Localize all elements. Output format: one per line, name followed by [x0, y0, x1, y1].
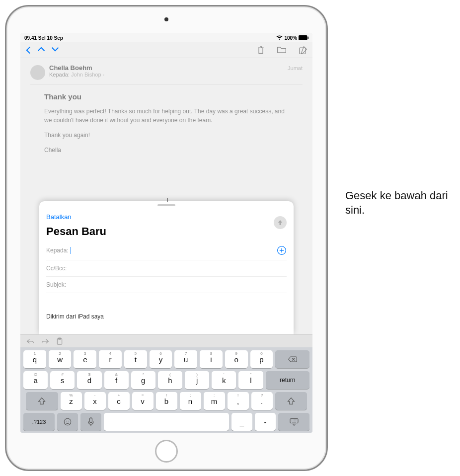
key-w[interactable]: 2w — [49, 350, 72, 368]
backspace-icon — [288, 356, 298, 363]
key-q[interactable]: 1q — [23, 350, 46, 368]
backspace-key[interactable] — [275, 350, 309, 368]
key-o[interactable]: 9o — [225, 350, 248, 368]
callout-line — [167, 198, 343, 198]
toolbar-left — [25, 46, 59, 54]
status-left: 09.41 Sel 10 Sep — [24, 35, 63, 41]
folder-icon[interactable] — [277, 46, 287, 54]
numbers-key[interactable]: .?123 — [23, 413, 55, 431]
to-label: Kepada: — [46, 247, 69, 254]
return-key[interactable]: return — [266, 371, 310, 389]
back-icon[interactable] — [25, 46, 31, 54]
key-l[interactable]: "l — [238, 371, 263, 389]
shift-icon — [287, 397, 295, 405]
space-key[interactable] — [104, 413, 229, 431]
mic-icon — [87, 417, 94, 426]
key-u[interactable]: 7u — [174, 350, 197, 368]
underscore-key[interactable]: _ — [231, 413, 252, 431]
hyphen-key[interactable]: - — [255, 413, 276, 431]
svg-rect-1 — [307, 37, 308, 39]
cc-label: Cc/Bcc: — [46, 265, 67, 272]
kb-row-4: .?123 _ - — [23, 413, 309, 431]
body-p3: Chella — [44, 146, 289, 155]
compose-sheet: Batalkan Pesan Baru Kepada: Cc/Bcc: Subj… — [39, 201, 294, 334]
key-,[interactable]: !, — [228, 392, 249, 410]
redo-icon[interactable] — [41, 338, 49, 345]
home-button[interactable] — [155, 440, 178, 463]
recipient-line: Kepada: John Bishop › — [49, 72, 284, 78]
sender-name: Chella Boehm — [49, 64, 284, 72]
key-c[interactable]: +c — [108, 392, 130, 410]
hide-keyboard-key[interactable] — [278, 413, 309, 431]
camera — [164, 17, 168, 21]
svg-rect-0 — [299, 35, 307, 40]
cc-field[interactable]: Cc/Bcc: — [46, 260, 287, 277]
message-date: Jumat — [288, 65, 303, 71]
add-contact-button[interactable] — [277, 245, 287, 255]
undo-icon[interactable] — [26, 338, 34, 345]
svg-point-8 — [69, 421, 70, 422]
key-j[interactable]: )j — [185, 371, 209, 389]
key-m[interactable]: :m — [204, 392, 225, 410]
shift-key-left[interactable] — [26, 392, 58, 410]
body-p1: Everything was perfect! Thanks so much f… — [44, 107, 289, 125]
shift-key-right[interactable] — [275, 392, 307, 410]
clipboard-icon[interactable] — [56, 337, 63, 345]
key-n[interactable]: ;n — [180, 392, 201, 410]
key-i[interactable]: 8i — [200, 350, 223, 368]
plus-circle-icon — [277, 245, 287, 255]
ipad-frame: 09.41 Sel 10 Sep 100% — [5, 5, 328, 471]
key-x[interactable]: -x — [84, 392, 106, 410]
key-f[interactable]: &f — [104, 371, 129, 389]
key-h[interactable]: (h — [158, 371, 182, 389]
key-e[interactable]: 3e — [74, 350, 96, 368]
mail-toolbar — [20, 42, 312, 58]
status-date: Sel 10 Sep — [38, 35, 63, 41]
wifi-icon — [276, 35, 283, 40]
arrow-up-icon — [277, 219, 284, 226]
key-b[interactable]: /b — [156, 392, 177, 410]
key-g[interactable]: *g — [131, 371, 155, 389]
subject-field[interactable]: Subjek: — [46, 277, 287, 293]
key-a[interactable]: @a — [23, 371, 48, 389]
status-time: 09.41 — [24, 35, 37, 41]
subject-label: Subjek: — [46, 281, 66, 288]
key-v[interactable]: =v — [132, 392, 153, 410]
grabber-handle[interactable] — [157, 204, 175, 206]
key-p[interactable]: 0p — [250, 350, 273, 368]
compose-title: Pesan Baru — [46, 225, 287, 238]
battery-percent: 100% — [284, 35, 297, 41]
keyboard-toolbar — [20, 334, 312, 347]
send-button[interactable] — [274, 216, 287, 229]
shift-icon — [38, 397, 46, 405]
key-y[interactable]: 6y — [150, 350, 172, 368]
trash-icon[interactable] — [257, 46, 265, 55]
compose-body[interactable]: Dikirim dari iPad saya — [46, 293, 287, 320]
key-t[interactable]: 5t — [124, 350, 147, 368]
kb-row-3: %z-x+c=v/b;n:m!,?. — [23, 392, 309, 410]
key-.[interactable]: ?. — [251, 392, 273, 410]
dictation-key[interactable] — [80, 413, 101, 431]
kepada-label: Kepada: — [49, 72, 70, 78]
text-cursor — [71, 247, 71, 254]
key-k[interactable]: 'k — [212, 371, 236, 389]
key-r[interactable]: 4r — [99, 350, 122, 368]
to-field[interactable]: Kepada: — [46, 241, 287, 260]
kb-row-2: @a#s$d&f*g(h)j'k"lreturn — [23, 371, 309, 389]
kb-row-1: 1q2w3e4r5t6y7u8i9o0p — [23, 350, 309, 368]
sender-block: Chella Boehm Kepada: John Bishop › — [49, 64, 284, 78]
emoji-key[interactable] — [57, 413, 78, 431]
smile-icon — [63, 417, 72, 426]
message-header: Chella Boehm Kepada: John Bishop › Jumat — [30, 64, 303, 84]
key-z[interactable]: %z — [61, 392, 82, 410]
chevron-up-icon[interactable] — [37, 46, 45, 52]
compose-top: Batalkan — [46, 209, 287, 224]
cancel-button[interactable]: Batalkan — [46, 213, 72, 221]
key-s[interactable]: #s — [50, 371, 75, 389]
chevron-down-icon[interactable] — [51, 46, 59, 52]
keyboard: 1q2w3e4r5t6y7u8i9o0p @a#s$d&f*g(h)j'k"lr… — [20, 347, 312, 433]
svg-point-6 — [64, 418, 71, 425]
key-d[interactable]: $d — [77, 371, 101, 389]
compose-icon[interactable] — [299, 46, 307, 55]
callout-text: Gesek ke bawah dari sini. — [345, 189, 455, 217]
